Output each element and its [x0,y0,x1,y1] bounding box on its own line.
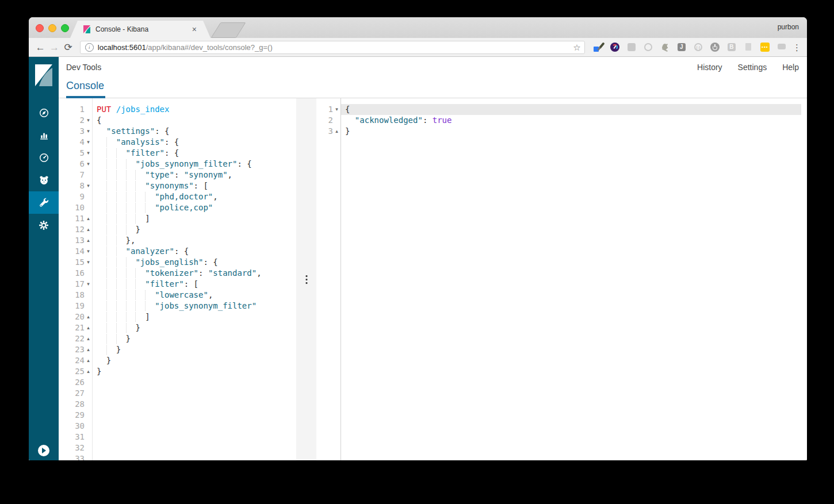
kibana-topbar: Dev Tools History Settings Help [59,57,807,78]
zoom-window-button[interactable] [61,24,69,32]
sidebar-item-management[interactable] [29,214,59,236]
address-bar[interactable]: i localhost:5601/app/kibana#/dev_tools/c… [80,41,585,54]
fold-toggle-icon[interactable]: ▴ [85,311,92,322]
close-window-button[interactable] [36,24,44,32]
code-line [93,388,296,399]
fold-toggle-icon[interactable]: ▾ [85,279,92,290]
eyedropper-extension-icon[interactable] [593,42,603,52]
fold-toggle-icon[interactable]: ▾ [85,257,92,268]
kibana-favicon [83,25,91,33]
gutter-line: 27 [59,388,92,399]
gutter-line: 3▴ [316,126,341,137]
drag-handle-icon[interactable] [305,275,307,284]
gutter-line: 2 [316,115,341,126]
gutter-line: 22▴ [59,333,92,344]
fold-toggle-icon[interactable]: ▴ [85,366,92,377]
sidebar-item-dashboard[interactable] [29,147,59,169]
code-line: } [93,333,296,344]
code-line: "jobs_synonym_filter" [93,301,296,311]
gutter-line: 14▾ [59,246,92,257]
sidebar-item-discover[interactable] [29,102,59,124]
reload-button[interactable]: ⟳ [63,43,74,52]
power-extension-icon[interactable] [710,42,720,52]
sidebar-item-visualize[interactable] [29,124,59,147]
page-extension-icon[interactable] [743,42,753,52]
tab-console[interactable]: Console [66,80,105,98]
gutter-line: 29 [59,410,92,421]
gutter-line: 19 [59,301,92,311]
screenshot-extension-icon[interactable] [626,42,637,52]
gutter-line: 4▾ [59,137,92,148]
fold-toggle-icon[interactable]: ▴ [333,126,341,137]
fold-toggle-icon[interactable]: ▾ [85,126,92,137]
play-icon [42,448,49,453]
settings-link[interactable]: Settings [738,63,767,72]
fold-toggle-icon[interactable]: ▴ [85,235,92,246]
bookmark-star-icon[interactable]: ☆ [573,43,580,52]
bar-chart-icon [39,130,49,140]
fold-toggle-icon[interactable]: ▴ [85,355,92,366]
gutter-line: 12▴ [59,224,92,235]
sidebar-item-timelion[interactable] [29,169,59,191]
url-text[interactable]: localhost:5601/app/kibana#/dev_tools/con… [98,43,573,52]
b-extension-icon[interactable]: B [726,42,737,52]
history-link[interactable]: History [697,63,722,72]
fold-toggle-icon[interactable]: ▾ [85,159,92,170]
gutter-line: 33 [59,453,92,460]
url-host: localhost:5601 [98,43,146,52]
code-line: "analysis": { [93,137,296,148]
gutter-line: 32 [59,443,92,453]
panel-splitter[interactable] [296,98,316,460]
traffic-lights [36,24,69,32]
browser-toolbar: ← → ⟳ i localhost:5601/app/kibana#/dev_t… [29,38,807,57]
fold-toggle-icon[interactable]: ▴ [85,224,92,235]
fold-toggle-icon[interactable]: ▾ [85,137,92,148]
fold-toggle-icon[interactable]: ▴ [85,213,92,224]
gutter-line: 21▴ [59,322,92,333]
fold-toggle-icon[interactable]: ▾ [85,180,92,191]
new-tab-button[interactable] [211,22,246,38]
chat-extension-icon[interactable] [776,42,787,52]
fold-toggle-icon[interactable]: ▴ [85,333,92,344]
bug-extension-icon[interactable] [660,42,670,52]
response-code-view[interactable]: {"acknowledged": true} [341,98,801,460]
help-link[interactable]: Help [782,63,799,72]
tab-close-icon[interactable]: × [192,25,197,33]
request-code-editor[interactable]: PUT /jobs_index{"settings": {"analysis":… [93,98,296,460]
fold-toggle-icon[interactable]: ▾ [333,104,341,115]
profile-name[interactable]: purbon [778,23,799,31]
brackets-extension-icon[interactable]: (-) [693,42,703,52]
browser-menu-icon[interactable]: ⋮ [793,43,801,52]
code-line [93,377,296,388]
gauge-extension-icon[interactable] [610,42,620,52]
collapse-sidebar-button[interactable] [38,445,49,456]
fold-toggle-icon[interactable]: ▾ [85,115,92,126]
sidebar-item-dev-tools[interactable] [29,191,59,214]
fold-toggle-icon[interactable]: ▾ [85,148,92,159]
swirl-extension-icon[interactable] [643,42,653,52]
fold-toggle-icon[interactable]: ▾ [85,246,92,257]
request-gutter: 12▾3▾4▾5▾6▾78▾91011▴12▴13▴14▾15▾1617▾181… [59,98,93,460]
browser-tab[interactable]: Console - Kibana × [70,21,211,38]
code-line [93,399,296,410]
code-line [93,453,296,460]
response-gutter: 1▾23▴ [316,98,341,460]
topbar-links: History Settings Help [697,63,799,72]
kibana-logo[interactable] [29,57,59,94]
compass-icon [39,108,49,118]
code-line: ] [93,213,296,224]
gutter-line: 26 [59,377,92,388]
code-line: "jobs_english": { [93,257,296,268]
page-info-icon[interactable]: i [85,43,94,52]
fold-toggle-icon[interactable]: ▴ [85,322,92,333]
fold-toggle-icon[interactable]: ▴ [85,344,92,355]
minimize-window-button[interactable] [48,24,56,32]
json-extension-icon[interactable]: J [676,42,687,52]
gutter-line: 5▾ [59,148,92,159]
code-line: "type": "synonym", [93,170,296,180]
kibana-sidebar [29,57,59,460]
gutter-line: 8▾ [59,180,92,191]
back-button[interactable]: ← [35,43,46,52]
gutter-line: 13▴ [59,235,92,246]
dots-extension-icon[interactable]: ••• [760,42,770,52]
